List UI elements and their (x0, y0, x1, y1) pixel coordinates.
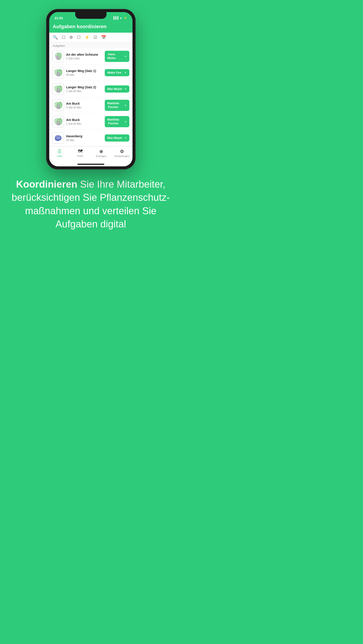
task-thumbnail (52, 83, 64, 95)
task-thumbnail (52, 50, 64, 62)
svg-point-9 (57, 72, 60, 76)
task-item: An der alten Scheune 2 Std.0 Min. HansMü… (49, 48, 133, 64)
task-thumbnail (52, 132, 64, 144)
task-item: Langer Weg (Satz 1) 45 Min. Water Fox ▼ (49, 64, 133, 81)
nav-item-einstellungen[interactable]: ⚙ Einstellungen (114, 149, 130, 158)
square2-icon[interactable]: ☐ (77, 35, 81, 40)
status-icons: ▐▐▐ ▲ ⚡ (113, 16, 127, 20)
app-header: Aufgaben koordinieren (49, 22, 133, 33)
svg-point-24 (57, 122, 60, 126)
task-duration: 1 Std.45 Min. (66, 122, 103, 126)
nav-item-liste[interactable]: ☰ Liste (52, 149, 67, 158)
task-name: Langer Weg (Satz 1) (66, 69, 103, 73)
task-info: Langer Weg (Satz 2) 1 Std.45 Min. (66, 85, 103, 93)
karte-icon: 🗺 (78, 149, 83, 154)
battery-icon: ⚡ (124, 16, 127, 20)
task-item: Hasenberg 45 Min. Max Meyer ▼ (49, 130, 133, 146)
task-info: Am Buck 3 Std.30 Min. (66, 102, 103, 109)
svg-point-14 (57, 89, 60, 93)
dropdown-arrow-icon: ▼ (124, 120, 127, 123)
task-name: Hasenberg (66, 134, 103, 138)
task-duration: 1 Std.45 Min. (66, 90, 103, 93)
task-duration: 45 Min. (66, 139, 103, 142)
nav-item-eintragen[interactable]: ⊕ Eintragen (93, 149, 109, 158)
leaf-icon (53, 100, 63, 110)
liste-icon: ☰ (58, 149, 62, 154)
task-thumbnail (52, 116, 64, 128)
phone-notch (75, 12, 107, 19)
home-bar (78, 164, 104, 165)
task-item: Am Buck 1 Std.45 Min. MathildaFischer ▼ (49, 114, 133, 130)
promo-bold-word: Koordinieren (16, 179, 78, 190)
assignee-name: MathildaFischer (107, 118, 119, 126)
assign-button[interactable]: HansMüller ▼ (105, 51, 129, 62)
phone-shell: 21:51 ▐▐▐ ▲ ⚡ Aufgaben koordinieren 🔍 ☐ … (46, 9, 136, 170)
leaf-icon (53, 84, 63, 94)
nav-label: Einstellungen (115, 155, 129, 158)
leaf-icon (53, 68, 63, 78)
bottom-nav: ☰ Liste 🗺 Karte ⊕ Eintragen ⚙ Einstellun… (49, 146, 133, 162)
task-list: An der alten Scheune 2 Std.0 Min. HansMü… (49, 48, 133, 146)
task-info: Am Buck 1 Std.45 Min. (66, 118, 103, 126)
square-icon[interactable]: ☐ (62, 35, 65, 40)
promo-text: Koordinieren Sie Ihre Mitarbeiter, berüc… (5, 178, 177, 231)
dropdown-arrow-icon: ▼ (124, 88, 127, 90)
dropdown-arrow-icon: ▼ (124, 137, 127, 139)
home-indicator (49, 162, 133, 166)
app-title: Aufgaben koordinieren (53, 24, 107, 29)
checkbox-icon[interactable]: ☑ (94, 35, 97, 40)
task-item: Am Buck 3 Std.30 Min. MathildaFischer ▼ (49, 97, 133, 114)
task-name: Langer Weg (Satz 2) (66, 85, 103, 89)
signal-icon: ▐▐▐ (113, 16, 118, 20)
svg-point-27 (56, 136, 61, 140)
toolbar: 🔍 ☐ ⚙ ☐ ⚡ ☑ 📅 (49, 33, 133, 42)
task-duration: 45 Min. (66, 73, 103, 76)
assign-button[interactable]: Max Meyer ▼ (105, 134, 129, 142)
wifi-icon: ▲ (120, 16, 122, 20)
assignee-name: HansMüller (107, 52, 116, 60)
dropdown-arrow-icon: ▼ (124, 104, 127, 107)
status-time: 21:51 (55, 16, 63, 20)
dropdown-arrow-icon: ▼ (124, 55, 127, 58)
task-name: Am Buck (66, 102, 103, 106)
task-name: Am Buck (66, 118, 103, 122)
dropdown-arrow-icon: ▼ (124, 71, 127, 74)
task-duration: 3 Std.30 Min. (66, 106, 103, 109)
section-label: Aufgaben (49, 42, 133, 48)
svg-point-19 (57, 105, 60, 109)
search-icon[interactable]: 🔍 (53, 35, 58, 40)
task-info: An der alten Scheune 2 Std.0 Min. (66, 52, 103, 60)
assign-button[interactable]: Water Fox ▼ (105, 69, 129, 76)
nav-item-karte[interactable]: 🗺 Karte (73, 149, 88, 158)
einstellungen-icon: ⚙ (120, 149, 124, 154)
nav-label: Liste (57, 155, 62, 158)
task-item: Langer Weg (Satz 2) 1 Std.45 Min. Max Me… (49, 81, 133, 97)
assignee-name: Max Meyer (107, 136, 122, 140)
task-thumbnail (52, 67, 64, 78)
task-thumbnail (52, 100, 64, 111)
leaf-icon (53, 117, 63, 126)
assign-button[interactable]: MathildaFischer ▼ (105, 116, 129, 127)
assignee-name: Max Meyer (107, 87, 122, 91)
task-info: Hasenberg 45 Min. (66, 134, 103, 142)
leaf-icon (53, 52, 63, 61)
phone-screen: 21:51 ▐▐▐ ▲ ⚡ Aufgaben koordinieren 🔍 ☐ … (49, 12, 133, 166)
eintragen-icon: ⊕ (99, 149, 103, 154)
task-info: Langer Weg (Satz 1) 45 Min. (66, 69, 103, 76)
sliders-icon[interactable]: ⚡ (85, 35, 90, 40)
task-duration: 2 Std.0 Min. (66, 57, 103, 60)
assign-button[interactable]: MathildaFischer ▼ (105, 100, 129, 111)
group-icon[interactable]: ⚙ (69, 35, 73, 40)
leaf-icon (53, 133, 63, 143)
assignee-name: Water Fox (107, 71, 121, 75)
nav-label: Eintragen (96, 155, 106, 158)
assign-button[interactable]: Max Meyer ▼ (105, 86, 129, 93)
calendar-icon[interactable]: 📅 (101, 35, 106, 40)
task-name: An der alten Scheune (66, 52, 103, 56)
assignee-name: MathildaFischer (107, 102, 119, 109)
nav-label: Karte (78, 154, 83, 157)
